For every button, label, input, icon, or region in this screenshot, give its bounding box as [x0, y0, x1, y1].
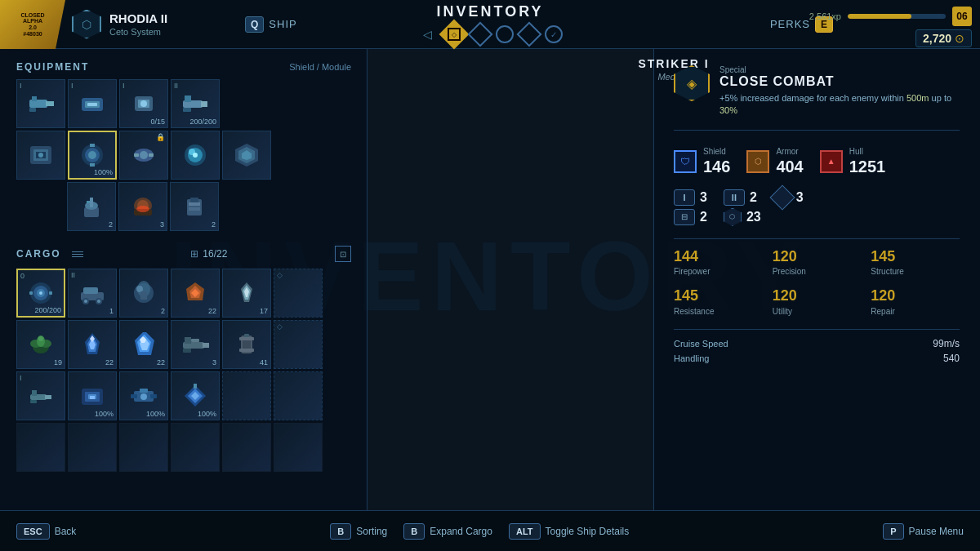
equip-slot-3[interactable]: I 0/15: [119, 79, 168, 128]
equip-slot-6[interactable]: 100%: [68, 131, 117, 180]
action-expand-cargo[interactable]: B Expand Cargo: [403, 523, 492, 540]
slot-diamond-count: 3: [796, 190, 804, 205]
equipment-section: EQUIPMENT Shield / Module I: [16, 61, 351, 233]
cargo-icon-vehicle: [77, 278, 108, 309]
slot-label: 22: [157, 358, 165, 367]
cargo-icon-blue-item: [77, 380, 108, 411]
action-pause[interactable]: P Pause Menu: [883, 523, 964, 540]
slot-label: 19: [54, 358, 62, 367]
equip-slot-7[interactable]: 🔒: [119, 131, 168, 180]
cargo-slot-14[interactable]: 100%: [119, 371, 168, 420]
slot-label: 100%: [94, 168, 113, 176]
equip-slot-5[interactable]: [16, 131, 65, 180]
svg-rect-11: [201, 101, 207, 107]
slot-content: [126, 378, 162, 414]
svg-point-56: [84, 300, 87, 303]
cargo-slot-12[interactable]: I: [16, 371, 65, 420]
cargo-slot-8[interactable]: 22: [119, 320, 168, 369]
slot-i-indicator: I 3: [674, 189, 707, 207]
cargo-empty-1[interactable]: [16, 423, 65, 472]
slot-label: 3: [212, 358, 216, 367]
cargo-header: CARGO ⊞ 16/22 ⊡: [16, 246, 351, 262]
slot-content: [74, 327, 110, 362]
action-back[interactable]: ESC Back: [16, 523, 76, 540]
nav-icons: ◁ ◇ ✓: [417, 24, 563, 45]
cargo-slot-9[interactable]: 3: [171, 320, 220, 369]
equip-slot-10[interactable]: 2: [67, 182, 116, 231]
ship-name-block: RHODIA II Ceto System: [109, 11, 167, 38]
nav-icon-circle1[interactable]: [496, 25, 514, 43]
cargo-empty-5[interactable]: [222, 423, 271, 472]
resistance-value: 145: [674, 287, 763, 305]
cargo-slot-0[interactable]: 0 200/200: [16, 269, 65, 318]
utility-label: Utility: [773, 306, 862, 317]
cargo-icon-drive: [25, 278, 56, 309]
nav-icon-checkmark[interactable]: ✓: [545, 25, 563, 43]
nav-ship[interactable]: Q SHIP: [245, 16, 297, 33]
equipment-header: EQUIPMENT Shield / Module: [16, 61, 351, 73]
toggle-ship-label: Toggle Ship Details: [546, 526, 630, 537]
svg-point-41: [136, 206, 149, 212]
cargo-slot-17-empty[interactable]: [274, 371, 323, 420]
slot-content: [229, 275, 265, 311]
hull-info: Hull 1251: [849, 147, 886, 176]
svg-rect-25: [134, 153, 139, 157]
bottom-bar: ESC Back B Sorting B Expand Cargo ALT To…: [0, 510, 980, 551]
action-sorting[interactable]: B Sorting: [330, 523, 387, 540]
slot-i-badge: I: [674, 189, 695, 206]
slot-ii-badge: II: [724, 189, 745, 206]
cargo-empty-4[interactable]: [171, 423, 220, 472]
shield-label: Shield: [703, 147, 730, 157]
cargo-slot-10[interactable]: 41: [222, 320, 271, 369]
equip-slot-1[interactable]: I: [16, 79, 65, 128]
cargo-icon-blue-crystal2: [128, 329, 159, 360]
precision-label: Precision: [773, 266, 862, 277]
slot-label: 1: [109, 307, 114, 315]
slot-cargo-badge: ⊟: [674, 209, 695, 225]
item-icon-ring: [77, 140, 108, 171]
nav-icon-diamond2[interactable]: [516, 21, 541, 47]
cargo-slot-16-empty[interactable]: [222, 371, 271, 420]
equip-slot-8[interactable]: [171, 131, 220, 180]
slot-hex-count: 23: [746, 210, 761, 224]
equip-slot-4[interactable]: II 200/200: [171, 79, 220, 128]
cargo-slot-2[interactable]: 2: [119, 269, 168, 318]
slot-content: [74, 378, 110, 414]
cargo-expand-btn[interactable]: ⊡: [335, 246, 351, 262]
equip-slot-11[interactable]: 3: [118, 182, 167, 231]
repair-value: 120: [871, 287, 960, 305]
cargo-slot-15[interactable]: 100%: [171, 371, 220, 420]
equip-slot-12[interactable]: 2: [170, 182, 219, 231]
cargo-icon-ore: [180, 278, 211, 309]
cargo-slot-3[interactable]: 22: [171, 269, 220, 318]
utility-stat: 120 Utility: [773, 287, 862, 316]
slot-content: [23, 137, 59, 173]
svg-point-20: [88, 151, 96, 159]
nav-icon-diamond1[interactable]: [467, 21, 492, 47]
equip-slot-9[interactable]: [222, 131, 271, 180]
tier-label: 0: [20, 272, 24, 280]
hull-label: Hull: [849, 147, 886, 157]
sorting-label: Sorting: [356, 526, 387, 537]
equip-slot-2[interactable]: I: [68, 79, 117, 128]
cargo-slot-13[interactable]: 100%: [68, 371, 117, 420]
cargo-slot-7[interactable]: 22: [68, 320, 117, 369]
svg-rect-90: [244, 334, 249, 337]
cargo-empty-2[interactable]: [68, 423, 117, 472]
item-icon-pack: [179, 191, 210, 222]
cargo-slot-1[interactable]: II 1: [68, 269, 117, 318]
cargo-slot-4[interactable]: 17: [222, 269, 271, 318]
cargo-icon-gun3: [180, 329, 211, 360]
slot-i-label: I: [683, 193, 685, 202]
action-toggle-ship[interactable]: ALT Toggle Ship Details: [509, 523, 629, 540]
cargo-empty-3[interactable]: [119, 423, 168, 472]
svg-rect-84: [183, 349, 191, 353]
special-name: CLOSE COMBAT: [719, 74, 960, 89]
svg-point-49: [39, 291, 42, 295]
nav-icon-active[interactable]: ◇: [439, 20, 470, 50]
cargo-empty-6[interactable]: [274, 423, 323, 472]
cargo-slot-11-empty[interactable]: ◇: [274, 320, 323, 369]
cargo-slot-6[interactable]: 19: [16, 320, 65, 369]
slot-label: 0/15: [150, 118, 165, 126]
cargo-slot-5-empty[interactable]: ◇: [274, 269, 323, 318]
